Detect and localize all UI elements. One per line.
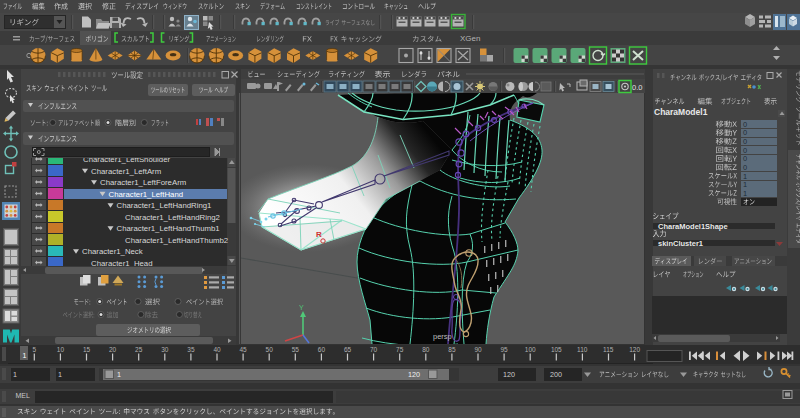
svg-text:X: X [278,343,283,344]
svg-text:R: R [316,230,322,239]
svg-text:persp: persp [433,332,452,341]
svg-text:Y: Y [299,304,304,311]
